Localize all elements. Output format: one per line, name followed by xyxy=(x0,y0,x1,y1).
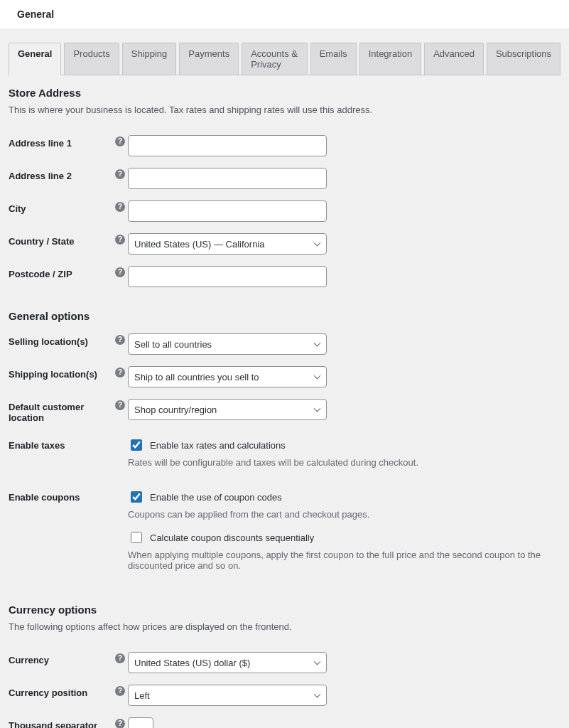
selling-location-select[interactable]: Sell to all countries xyxy=(128,333,327,355)
tab-integration[interactable]: Integration xyxy=(359,43,421,75)
country-label: Country / State xyxy=(9,228,115,260)
currency-select[interactable]: United States (US) dollar ($) xyxy=(128,652,327,673)
currency-position-label: Currency position xyxy=(9,679,115,712)
help-icon[interactable]: ? xyxy=(115,368,125,378)
store-address-desc: This is where your business is located. … xyxy=(9,105,560,115)
thousand-separator-label: Thousand separator xyxy=(9,712,115,728)
address1-input[interactable] xyxy=(128,135,327,156)
help-icon[interactable]: ? xyxy=(115,335,125,345)
page-header: General xyxy=(0,0,569,28)
address2-label: Address line 2 xyxy=(9,162,115,195)
enable-coupons-checkbox[interactable] xyxy=(131,491,142,503)
enable-taxes-checkbox-label: Enable tax rates and calculations xyxy=(150,440,286,451)
tab-panel-general: Store Address This is where your busines… xyxy=(9,75,560,728)
store-address-title: Store Address xyxy=(9,87,560,99)
currency-label: Currency xyxy=(9,646,115,679)
postcode-label: Postcode / ZIP xyxy=(9,260,115,293)
enable-coupons-label: Enable coupons xyxy=(9,483,115,587)
help-icon[interactable]: ? xyxy=(115,136,125,146)
city-label: City xyxy=(9,195,115,228)
tab-shipping[interactable]: Shipping xyxy=(122,43,177,75)
enable-taxes-label: Enable taxes xyxy=(9,432,115,483)
tab-products[interactable]: Products xyxy=(64,43,119,75)
currency-options-table: Currency ? United States (US) dollar ($)… xyxy=(9,646,560,728)
tab-emails[interactable]: Emails xyxy=(310,43,357,75)
page-title: General xyxy=(17,9,54,20)
settings-content: General Products Shipping Payments Accou… xyxy=(0,28,569,728)
sequential-coupons-note: When applying multiple coupons, apply th… xyxy=(128,550,560,571)
default-location-select[interactable]: Shop country/region xyxy=(128,399,327,420)
postcode-input[interactable] xyxy=(128,266,327,287)
city-input[interactable] xyxy=(128,200,327,222)
enable-coupons-note: Coupons can be applied from the cart and… xyxy=(128,509,560,520)
selling-location-label: Selling location(s) xyxy=(9,328,115,360)
currency-options-desc: The following options affect how prices … xyxy=(9,621,560,632)
tab-advanced[interactable]: Advanced xyxy=(424,43,484,75)
help-icon[interactable]: ? xyxy=(115,686,125,696)
enable-coupons-checkbox-label: Enable the use of coupon codes xyxy=(150,492,282,503)
help-icon[interactable]: ? xyxy=(115,202,125,212)
general-options-table: Selling location(s) ? Sell to all countr… xyxy=(9,328,560,587)
enable-taxes-note: Rates will be configurable and taxes wil… xyxy=(128,457,560,468)
tab-general[interactable]: General xyxy=(9,43,61,75)
shipping-location-select[interactable]: Ship to all countries you sell to xyxy=(128,366,327,387)
settings-tabs: General Products Shipping Payments Accou… xyxy=(9,43,560,75)
enable-taxes-checkbox[interactable] xyxy=(131,439,142,451)
help-icon[interactable]: ? xyxy=(115,267,125,277)
tab-accounts-privacy[interactable]: Accounts & Privacy xyxy=(242,43,308,75)
help-icon[interactable]: ? xyxy=(115,400,125,410)
shipping-location-label: Shipping location(s) xyxy=(9,360,115,393)
store-address-table: Address line 1 ? Address line 2 ? City ?… xyxy=(9,129,560,293)
address1-label: Address line 1 xyxy=(9,129,115,162)
tab-subscriptions[interactable]: Subscriptions xyxy=(487,43,560,75)
thousand-separator-input[interactable] xyxy=(128,717,153,728)
tab-payments[interactable]: Payments xyxy=(179,43,239,75)
help-icon[interactable]: ? xyxy=(115,653,125,663)
currency-position-select[interactable]: Left xyxy=(128,685,327,706)
sequential-coupons-checkbox[interactable] xyxy=(131,532,142,543)
currency-options-title: Currency options xyxy=(9,604,560,616)
help-icon[interactable]: ? xyxy=(115,169,125,179)
general-options-title: General options xyxy=(9,310,560,322)
help-icon[interactable]: ? xyxy=(115,719,125,728)
help-icon[interactable]: ? xyxy=(115,235,125,245)
country-select[interactable]: United States (US) — California xyxy=(128,233,327,255)
default-location-label: Default customer location xyxy=(9,393,115,432)
sequential-coupons-checkbox-label: Calculate coupon discounts sequentially xyxy=(150,532,314,543)
address2-input[interactable] xyxy=(128,168,327,189)
